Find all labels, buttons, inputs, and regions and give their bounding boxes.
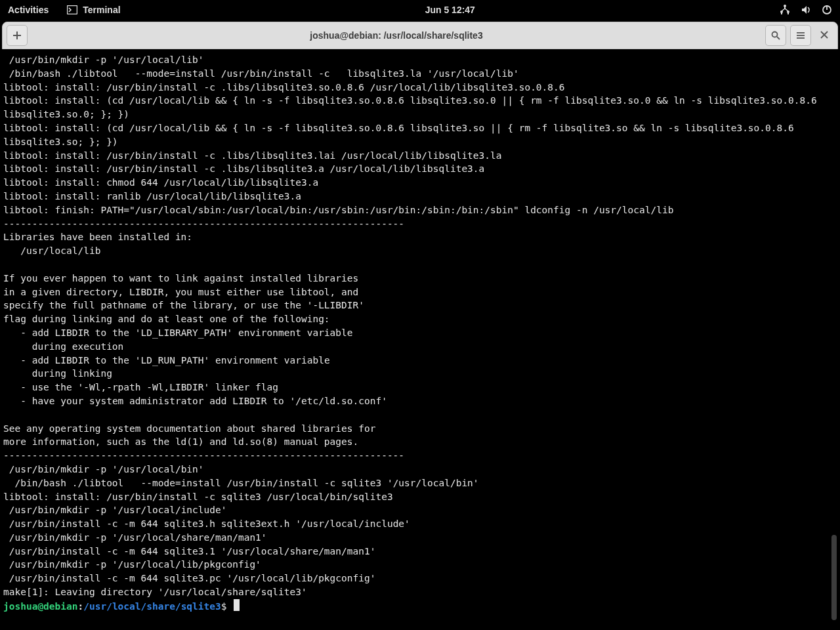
hamburger-icon — [796, 31, 805, 40]
cursor — [234, 599, 240, 611]
terminal-output: /usr/bin/mkdir -p '/usr/local/lib' /bin/… — [3, 53, 837, 599]
prompt-user: joshua@debian — [3, 601, 78, 612]
plus-icon — [12, 31, 22, 40]
svg-rect-0 — [68, 6, 77, 14]
scrollbar[interactable] — [830, 49, 837, 628]
scrollbar-thumb[interactable] — [831, 535, 837, 620]
prompt-dollar: $ — [221, 601, 232, 612]
svg-point-4 — [784, 5, 786, 7]
activities-button[interactable]: Activities — [8, 5, 49, 15]
svg-point-6 — [787, 10, 789, 13]
window-title: joshua@debian: /usr/local/share/sqlite3 — [28, 30, 765, 41]
volume-icon — [801, 5, 811, 15]
prompt-colon: : — [78, 601, 84, 612]
search-icon — [771, 31, 780, 40]
terminal-viewport[interactable]: /usr/bin/mkdir -p '/usr/local/lib' /bin/… — [2, 49, 838, 628]
svg-point-5 — [780, 10, 783, 13]
app-label: Terminal — [83, 5, 120, 15]
clock[interactable]: Jun 5 12:47 — [425, 5, 475, 15]
prompt-line[interactable]: joshua@debian:/usr/local/share/sqlite3$ — [3, 599, 837, 614]
window-titlebar: joshua@debian: /usr/local/share/sqlite3 — [2, 22, 838, 49]
power-icon — [822, 5, 832, 15]
svg-line-10 — [777, 37, 780, 39]
menu-button[interactable] — [790, 25, 811, 46]
close-icon — [820, 31, 828, 39]
network-icon — [780, 5, 790, 15]
close-button[interactable] — [815, 30, 833, 41]
terminal-window: joshua@debian: /usr/local/share/sqlite3 … — [2, 22, 838, 628]
search-button[interactable] — [765, 25, 786, 46]
system-status-area[interactable] — [780, 5, 832, 15]
terminal-icon — [67, 5, 77, 14]
prompt-path: /usr/local/share/sqlite3 — [83, 601, 221, 612]
app-indicator[interactable]: Terminal — [67, 5, 120, 15]
svg-point-9 — [772, 32, 778, 37]
gnome-topbar: Activities Terminal Jun 5 12:47 — [0, 0, 840, 20]
new-tab-button[interactable] — [7, 25, 28, 46]
